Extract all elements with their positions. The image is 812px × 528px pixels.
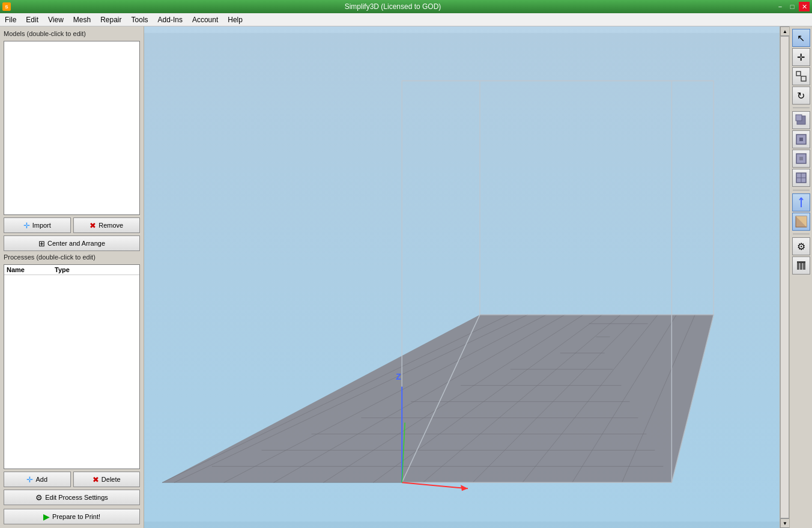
app-icon: S (2, 2, 11, 11)
processes-panel-label: Processes (double-click to edit) (4, 253, 140, 261)
titlebar-title: Simplify3D (Licensed to GOD) (11, 2, 775, 11)
supports-button[interactable] (792, 256, 810, 275)
z-axis-button[interactable] (792, 193, 810, 211)
rotate-tool-button[interactable]: ↻ (792, 86, 810, 105)
shaded-icon (795, 216, 807, 228)
processes-list[interactable]: Name Type (4, 264, 140, 469)
processes-section: Processes (double-click to edit) Name Ty… (4, 253, 140, 524)
titlebar: S Simplify3D (Licensed to GOD) − □ ✕ (0, 0, 812, 13)
perspective-icon (795, 114, 807, 126)
front-icon (795, 133, 807, 145)
scroll-up-arrow[interactable]: ▲ (780, 26, 790, 36)
remove-icon: ✖ (89, 221, 96, 230)
print-icon: ▶ (43, 512, 50, 521)
svg-text:Z: Z (396, 372, 401, 381)
viewport[interactable]: Z (144, 26, 780, 528)
col-name-header: Name (7, 266, 55, 273)
close-button[interactable]: ✕ (799, 2, 810, 11)
settings-gear-icon: ⚙ (35, 493, 43, 502)
toolbar-sep-3 (793, 234, 810, 234)
center-arrange-button[interactable]: ⊞ Center and Arrange (4, 235, 140, 251)
front-view-button[interactable] (792, 130, 810, 148)
main-layout: Models (double-click to edit) ✛ Import ✖… (0, 26, 812, 528)
settings-button[interactable]: ⚙ (792, 237, 810, 255)
menu-item-mesh[interactable]: Mesh (68, 13, 95, 26)
delete-process-button[interactable]: ✖ Delete (73, 472, 141, 487)
scale-tool-button[interactable] (792, 67, 810, 85)
right-scrollbar[interactable]: ▲ ▼ (780, 26, 789, 528)
processes-btn-row: ✛ Add ✖ Delete (4, 472, 140, 487)
shaded-mode-button[interactable] (792, 213, 810, 231)
side-view-button[interactable] (792, 150, 810, 168)
z-axis-icon (795, 196, 807, 208)
col-type-header: Type (55, 266, 137, 273)
right-toolbar: ↖ ✛ ↻ (789, 26, 812, 528)
scene-svg: Z (144, 26, 780, 528)
import-button[interactable]: ✛ Import (4, 217, 71, 233)
import-icon: ✛ (23, 221, 30, 230)
scroll-track[interactable] (780, 36, 789, 518)
prepare-to-print-button[interactable]: ▶ Prepare to Print! (4, 509, 140, 524)
menu-item-account[interactable]: Account (187, 13, 223, 26)
top-view-button[interactable] (792, 169, 810, 187)
svg-rect-51 (799, 157, 803, 160)
svg-rect-49 (799, 138, 803, 141)
processes-header: Name Type (4, 265, 139, 275)
titlebar-controls: − □ ✕ (775, 2, 810, 11)
models-btn-row: ✛ Import ✖ Remove (4, 217, 140, 233)
perspective-view-button[interactable] (792, 111, 810, 129)
svg-rect-43 (796, 71, 801, 76)
left-panel: Models (double-click to edit) ✛ Import ✖… (0, 26, 144, 528)
titlebar-left: S (2, 2, 11, 11)
select-tool-button[interactable]: ↖ (792, 29, 810, 47)
add-icon: ✛ (26, 475, 33, 484)
edit-process-settings-button[interactable]: ⚙ Edit Process Settings (4, 490, 140, 505)
delete-icon: ✖ (92, 475, 99, 484)
scroll-down-arrow[interactable]: ▼ (780, 518, 790, 528)
menu-item-add-ins[interactable]: Add-Ins (153, 13, 187, 26)
toolbar-sep-1 (793, 108, 810, 108)
scale-icon (796, 71, 807, 82)
models-panel-label: Models (double-click to edit) (4, 30, 140, 37)
supports-icon (796, 260, 807, 271)
menu-item-repair[interactable]: Repair (95, 13, 126, 26)
menu-item-file[interactable]: File (0, 13, 21, 26)
maximize-button[interactable]: □ (787, 2, 798, 11)
svg-rect-61 (800, 263, 802, 270)
svg-rect-47 (796, 115, 802, 121)
menu-item-help[interactable]: Help (223, 13, 247, 26)
top-icon (795, 172, 807, 184)
toolbar-sep-2 (793, 190, 810, 190)
menu-item-view[interactable]: View (43, 13, 68, 26)
menu-item-edit[interactable]: Edit (21, 13, 43, 26)
arrange-icon: ⊞ (38, 239, 45, 248)
menu-item-tools[interactable]: Tools (127, 13, 153, 26)
remove-button[interactable]: ✖ Remove (73, 217, 141, 233)
models-list[interactable] (4, 41, 140, 215)
svg-rect-63 (797, 261, 805, 263)
move-tool-button[interactable]: ✛ (792, 48, 810, 66)
menubar: FileEditViewMeshRepairToolsAdd-InsAccoun… (0, 13, 812, 26)
side-icon (795, 153, 807, 165)
minimize-button[interactable]: − (775, 2, 786, 11)
svg-rect-44 (801, 76, 806, 81)
add-process-button[interactable]: ✛ Add (4, 472, 71, 487)
